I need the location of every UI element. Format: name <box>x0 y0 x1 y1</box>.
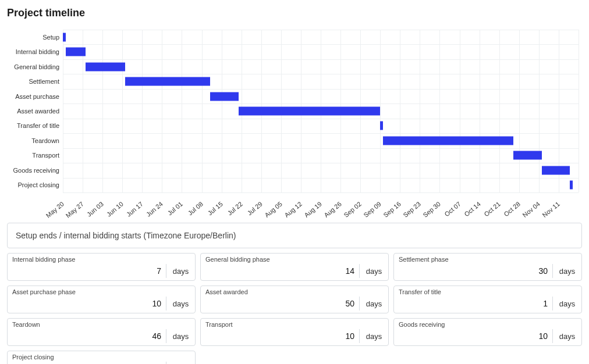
timezone-field[interactable] <box>7 223 582 248</box>
phase-field-input[interactable] <box>399 329 552 343</box>
chart-x-label: Aug 12 <box>283 200 303 219</box>
chart-x-label: Sep 16 <box>382 200 402 219</box>
chart-grid <box>63 30 579 192</box>
phase-field-label: Transfer of title <box>399 288 581 295</box>
phase-field-unit: days <box>552 329 581 343</box>
phase-field-general_bidding[interactable]: General bidding phasedays <box>200 253 389 281</box>
phase-field-goods_receiving[interactable]: Goods receivingdays <box>393 318 582 346</box>
phase-field-unit: days <box>166 264 195 278</box>
chart-y-label: Goods receiving <box>13 167 60 174</box>
gantt-chart: SetupInternal biddingGeneral biddingSett… <box>5 30 584 216</box>
phase-field-label: Project closing <box>12 354 195 361</box>
chart-x-label: Sep 02 <box>343 200 363 219</box>
chart-x-label: Jul 08 <box>186 200 204 216</box>
chart-y-label: General bidding <box>14 63 59 70</box>
phase-field-unit: days <box>166 362 195 364</box>
phase-field-input[interactable] <box>12 297 166 311</box>
chart-x-label: Aug 19 <box>303 200 322 219</box>
page-title: Project timeline <box>7 7 584 19</box>
chart-x-label: Jul 01 <box>166 200 184 216</box>
phase-field-unit: days <box>552 297 581 311</box>
phase-field-input[interactable] <box>12 362 166 364</box>
chart-x-label: Sep 23 <box>402 200 422 219</box>
phase-field-label: Goods receiving <box>399 321 581 328</box>
phase-field-unit: days <box>359 264 388 278</box>
phase-field-asset_awarded[interactable]: Asset awardeddays <box>200 286 389 313</box>
chart-y-label: Asset purchase <box>15 93 59 100</box>
chart-x-label: Jul 22 <box>226 200 243 216</box>
phase-field-label: Asset awarded <box>205 288 388 295</box>
chart-x-label: Jun 17 <box>125 200 144 217</box>
phase-field-unit: days <box>359 329 388 343</box>
chart-x-label: Nov 04 <box>521 200 541 219</box>
phase-field-label: Transport <box>205 321 388 328</box>
phase-field-input[interactable] <box>205 297 359 311</box>
chart-x-label: Oct 07 <box>443 200 462 217</box>
phase-field-internal_bidding[interactable]: Internal bidding phasedays <box>7 253 196 281</box>
chart-x-label: Jun 10 <box>105 200 125 217</box>
chart-x-label: May 20 <box>45 200 65 219</box>
phase-field-unit: days <box>552 264 581 278</box>
phase-field-transport[interactable]: Transportdays <box>200 318 389 346</box>
chart-x-label: Jul 29 <box>246 200 263 216</box>
chart-y-label: Transport <box>32 152 59 159</box>
gantt-bar <box>66 48 86 56</box>
gantt-bar <box>380 122 383 130</box>
phase-field-unit: days <box>166 297 195 311</box>
timezone-input[interactable] <box>15 230 574 241</box>
gantt-bar <box>570 181 573 190</box>
phase-field-settlement[interactable]: Settlement phasedays <box>393 253 582 281</box>
gantt-bar <box>210 92 239 101</box>
gantt-bar <box>513 151 542 160</box>
phase-field-input[interactable] <box>205 329 359 343</box>
phase-field-transfer_of_title[interactable]: Transfer of titledays <box>393 286 582 313</box>
gantt-bar <box>383 136 513 145</box>
chart-y-axis: SetupInternal biddingGeneral biddingSett… <box>5 30 63 192</box>
chart-x-label: May 27 <box>65 200 85 219</box>
phase-field-input[interactable] <box>205 264 359 278</box>
phase-field-unit: days <box>166 329 195 343</box>
phase-field-unit: days <box>359 297 388 311</box>
chart-x-label: Aug 05 <box>263 200 283 219</box>
phase-field-asset_purchase[interactable]: Asset purchase phasedays <box>7 286 196 313</box>
gantt-bar <box>542 166 570 174</box>
chart-x-label: Nov 11 <box>541 200 560 219</box>
phase-field-label: General bidding phase <box>205 256 388 263</box>
phase-inputs-grid: Internal bidding phasedaysGeneral biddin… <box>7 253 582 364</box>
chart-x-label: Sep 09 <box>363 200 382 219</box>
chart-x-label: Oct 14 <box>463 200 482 217</box>
gantt-bar <box>86 62 125 71</box>
phase-field-teardown[interactable]: Teardowndays <box>7 318 196 346</box>
chart-x-label: Jun 03 <box>86 200 105 217</box>
chart-y-label: Transfer of title <box>17 122 59 129</box>
gantt-bar <box>239 107 380 116</box>
chart-y-label: Internal bidding <box>16 48 59 55</box>
phase-field-label: Asset purchase phase <box>12 288 195 295</box>
phase-field-input[interactable] <box>12 264 166 278</box>
chart-y-label: Setup <box>42 34 59 41</box>
phase-field-project_closing[interactable]: Project closingdays <box>7 351 196 364</box>
phase-field-input[interactable] <box>12 329 166 343</box>
chart-y-label: Settlement <box>29 78 59 85</box>
chart-x-label: Oct 21 <box>482 200 502 217</box>
chart-x-label: Oct 28 <box>502 200 521 217</box>
chart-x-label: Sep 30 <box>422 200 442 219</box>
chart-y-label: Teardown <box>31 137 59 144</box>
phase-field-label: Settlement phase <box>399 256 581 263</box>
chart-x-label: Jul 15 <box>206 200 223 216</box>
gantt-bar <box>63 33 66 41</box>
chart-x-axis: May 20May 27Jun 03Jun 10Jun 17Jun 24Jul … <box>63 192 579 216</box>
chart-y-label: Project closing <box>17 181 59 188</box>
chart-x-label: Aug 26 <box>322 200 342 219</box>
phase-field-label: Internal bidding phase <box>12 256 195 263</box>
phase-field-input[interactable] <box>399 297 552 311</box>
chart-x-label: Jun 24 <box>145 200 164 217</box>
gantt-bar <box>125 77 210 86</box>
phase-field-input[interactable] <box>399 264 552 278</box>
chart-y-label: Asset awarded <box>17 108 59 115</box>
phase-field-label: Teardown <box>12 321 195 328</box>
